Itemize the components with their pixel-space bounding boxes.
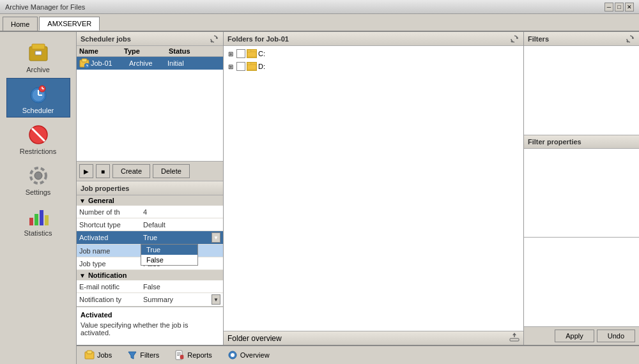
- tree-checkbox-d[interactable]: [236, 62, 245, 71]
- folder-overview-upload-icon[interactable]: [509, 332, 520, 344]
- dropdown-option-true[interactable]: True: [141, 245, 197, 255]
- description-text: Value specifying whether the job is acti…: [81, 321, 219, 337]
- bottom-tab-bar: Jobs Filters: [77, 345, 639, 364]
- bottom-tab-filters[interactable]: Filters: [125, 349, 162, 361]
- sidebar-label-restrictions: Restrictions: [20, 148, 56, 155]
- filter-properties-title: Filter properties: [528, 138, 581, 146]
- prop-key-jobtype: Job type: [77, 259, 141, 269]
- apply-button[interactable]: Apply: [555, 330, 594, 342]
- tree-expander-c[interactable]: ⊞: [226, 49, 235, 58]
- prop-row-shortcut[interactable]: Shortcut type Default: [77, 218, 223, 231]
- folders-panel: Folders for Job-01 ⊞: [224, 32, 524, 345]
- description-box: Activated Value specifying whether the j…: [77, 307, 223, 345]
- jobs-tab-label: Jobs: [97, 351, 112, 359]
- tab-strip: Home AMXSERVER: [0, 14, 639, 32]
- overview-tab-label: Overview: [240, 351, 270, 359]
- bottom-tab-jobs[interactable]: Jobs: [82, 349, 114, 361]
- prop-val-activated: True ▼: [141, 231, 223, 244]
- sidebar-item-scheduler[interactable]: Scheduler: [6, 78, 70, 118]
- activated-dropdown-button[interactable]: ▼: [212, 232, 220, 243]
- folders-refresh-button[interactable]: [509, 34, 520, 44]
- jobs-panel-title: Scheduler jobs: [81, 35, 131, 43]
- main-area: Archive Scheduler: [0, 32, 639, 364]
- folder-overview-bar: Folder overview: [224, 331, 523, 345]
- filters-tab-label: Filters: [140, 351, 159, 359]
- tree-expander-d[interactable]: ⊞: [226, 62, 235, 71]
- col-header-status: Status: [169, 47, 220, 55]
- notiftype-dropdown-button[interactable]: ▼: [212, 294, 220, 305]
- reports-tab-label: Reports: [187, 351, 212, 359]
- sidebar-label-statistics: Statistics: [24, 229, 52, 237]
- create-button[interactable]: Create: [112, 164, 150, 178]
- filter-bottom-area: [524, 237, 639, 326]
- filters-refresh-button[interactable]: [625, 34, 635, 44]
- reports-tab-icon: [174, 350, 185, 360]
- prop-row-activated[interactable]: Activated True ▼ True False: [77, 231, 223, 245]
- sidebar-item-restrictions[interactable]: Restrictions: [6, 119, 70, 158]
- general-collapse-icon[interactable]: ▼: [79, 197, 86, 204]
- tree-item-d: ⊞ D:: [226, 61, 521, 72]
- prop-key-email: E-mail notific: [77, 282, 141, 292]
- jobs-toolbar: ▶ ■ Create Delete: [77, 161, 223, 181]
- folders-tree: ⊞ C: ⊞: [224, 46, 523, 331]
- settings-icon: [26, 163, 51, 188]
- folder-icon-c: [247, 49, 257, 58]
- undo-button[interactable]: Undo: [597, 330, 635, 342]
- bottom-tab-overview[interactable]: Overview: [225, 349, 272, 361]
- tree-item-c: ⊞ C:: [226, 49, 521, 59]
- sidebar-item-statistics[interactable]: Statistics: [6, 201, 70, 240]
- general-section-title: General: [88, 197, 114, 204]
- filters-panel: Filters Filter properties Apply Undo: [524, 32, 639, 345]
- prop-val-email: False: [141, 282, 223, 292]
- folders-panel-header: Folders for Job-01: [224, 32, 523, 46]
- stop-button[interactable]: ■: [96, 164, 110, 178]
- dropdown-option-false[interactable]: False: [141, 255, 197, 265]
- notification-section-header: ▼ Notification: [77, 270, 223, 280]
- prop-val-shortcut: Default: [141, 220, 223, 230]
- filters-tab-icon: [127, 350, 137, 360]
- filters-panel-header: Filters: [524, 32, 639, 46]
- svg-rect-37: [177, 354, 181, 354]
- job-row[interactable]: Job-01 Archive Initial: [77, 57, 223, 70]
- title-bar: Archive Manager for Files ─ □ ✕: [0, 0, 639, 14]
- filters-panel-title: Filters: [528, 35, 549, 43]
- prop-row-notiftype[interactable]: Notification ty Summary ▼: [77, 293, 223, 307]
- prop-row-number[interactable]: Number of th 4: [77, 206, 223, 218]
- prop-row-email[interactable]: E-mail notific False: [77, 280, 223, 293]
- filters-list-area: [524, 46, 639, 135]
- tree-checkbox-c[interactable]: [236, 49, 245, 58]
- svg-rect-38: [177, 355, 180, 356]
- bottom-tab-reports[interactable]: Reports: [172, 349, 215, 361]
- play-button[interactable]: ▶: [79, 164, 93, 178]
- sidebar-item-archive[interactable]: Archive: [6, 37, 70, 77]
- scheduler-icon: [26, 81, 51, 107]
- notification-collapse-icon[interactable]: ▼: [79, 272, 86, 279]
- job-icon: [79, 58, 89, 68]
- job-type: Archive: [129, 59, 167, 67]
- close-button[interactable]: ✕: [625, 3, 634, 11]
- delete-button[interactable]: Delete: [153, 164, 190, 178]
- minimize-button[interactable]: ─: [604, 3, 613, 11]
- prop-key-notiftype: Notification ty: [77, 294, 141, 305]
- jobs-list: Job-01 Archive Initial: [77, 57, 223, 161]
- jobs-refresh-button[interactable]: [209, 34, 219, 44]
- activated-value: True: [143, 234, 157, 241]
- title-bar-controls: ─ □ ✕: [604, 3, 634, 11]
- content-area: Scheduler jobs Name Type Status: [77, 32, 639, 364]
- general-section-header: ▼ General: [77, 195, 223, 206]
- properties-table: ▼ General Number of th 4 Shortcut type D…: [77, 195, 223, 307]
- col-header-type: Type: [124, 47, 169, 55]
- folders-panel-title: Folders for Job-01: [227, 35, 289, 43]
- svg-marker-29: [512, 333, 516, 335]
- svg-rect-21: [82, 59, 87, 62]
- prop-key-activated: Activated: [77, 232, 141, 243]
- jobs-table-header: Name Type Status: [77, 46, 223, 57]
- svg-rect-14: [29, 218, 33, 225]
- svg-point-41: [231, 353, 235, 357]
- filter-actions: Apply Undo: [524, 326, 639, 345]
- svg-rect-2: [35, 51, 42, 55]
- maximize-button[interactable]: □: [615, 3, 624, 11]
- tab-amxserver[interactable]: AMXSERVER: [39, 17, 100, 31]
- sidebar-item-settings[interactable]: Settings: [6, 160, 70, 199]
- tab-home[interactable]: Home: [3, 17, 38, 31]
